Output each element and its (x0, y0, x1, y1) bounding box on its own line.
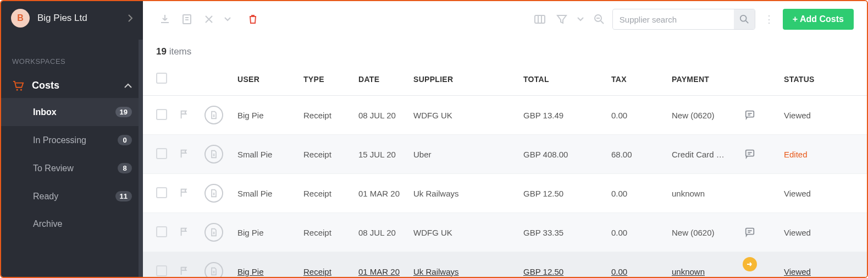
table-row[interactable]: Big PieReceipt08 JUL 20WDFG UKGBP 13.490… (143, 96, 867, 135)
svg-point-5 (740, 15, 747, 21)
chevron-up-icon (124, 83, 132, 89)
cell-date: 01 MAR 20 (353, 174, 408, 213)
sidebar: B Big Pies Ltd WORKSPACES Costs Inbox19I… (1, 1, 143, 277)
svg-rect-6 (746, 111, 754, 117)
supplier-search-button[interactable] (734, 9, 755, 29)
supplier-search-input[interactable] (613, 10, 734, 29)
sidebar-item-in-processing[interactable]: In Processing0 (1, 126, 143, 154)
message-icon[interactable] (744, 226, 755, 237)
select-all-checkbox[interactable] (156, 73, 167, 84)
workspaces-heading: WORKSPACES (1, 35, 143, 73)
item-count-number: 19 (156, 46, 167, 57)
col-type[interactable]: TYPE (298, 63, 353, 96)
cell-supplier: Uk Railways (408, 252, 518, 277)
download-icon[interactable] (156, 10, 174, 28)
cell-user: Small Pie (232, 174, 298, 213)
document-icon[interactable] (204, 145, 223, 163)
flag-icon[interactable] (179, 227, 189, 237)
cell-tax: 0.00 (606, 96, 666, 135)
org-switcher[interactable]: B Big Pies Ltd (1, 1, 143, 35)
svg-rect-3 (535, 15, 545, 23)
sidebar-item-archive[interactable]: Archive (1, 210, 143, 238)
cell-type: Receipt (298, 96, 353, 135)
org-name: Big Pies Ltd (37, 13, 87, 24)
cell-supplier: Uk Railways (408, 174, 518, 213)
cell-type: Receipt (298, 213, 353, 252)
main-content: ⋮ + Add Costs 19 items USER TYPE DATE SU… (143, 1, 867, 277)
col-tax[interactable]: TAX (606, 63, 666, 96)
cell-payment: Credit Card … (666, 135, 738, 174)
col-payment[interactable]: PAYMENT (666, 63, 738, 96)
trash-icon[interactable] (244, 10, 262, 28)
message-icon[interactable] (744, 109, 755, 120)
filter-chevron-icon[interactable] (575, 10, 586, 28)
cell-supplier: Uber (408, 135, 518, 174)
cell-user: Big Pie (232, 213, 298, 252)
document-icon[interactable] (204, 262, 223, 277)
row-checkbox[interactable] (156, 265, 167, 276)
cell-status: Viewed (762, 96, 867, 135)
sidebar-item-label: Ready (33, 192, 58, 201)
sidebar-item-ready[interactable]: Ready11 (1, 182, 143, 210)
sidebar-scrollbar[interactable] (139, 40, 143, 277)
document-icon[interactable] (204, 184, 223, 203)
document-icon[interactable] (204, 223, 223, 242)
nav-section-costs[interactable]: Costs (1, 73, 143, 98)
filter-icon[interactable] (553, 10, 571, 28)
add-costs-button[interactable]: + Add Costs (783, 9, 854, 30)
row-checkbox[interactable] (156, 187, 167, 198)
document-icon[interactable] (204, 106, 223, 124)
cell-supplier: WDFG UK (408, 96, 518, 135)
svg-point-0 (16, 89, 18, 90)
cell-type: Receipt (298, 135, 353, 174)
row-checkbox[interactable] (156, 109, 167, 120)
scroll-indicator-icon[interactable] (743, 257, 757, 271)
table-row[interactable]: Small PieReceipt01 MAR 20Uk RailwaysGBP … (143, 174, 867, 213)
col-supplier[interactable]: SUPPLIER (408, 63, 518, 96)
item-count-label: items (169, 46, 192, 57)
flag-icon[interactable] (179, 149, 189, 159)
costs-table: USER TYPE DATE SUPPLIER TOTAL TAX PAYMEN… (143, 63, 867, 277)
message-icon[interactable] (744, 148, 755, 159)
sidebar-item-inbox[interactable]: Inbox19 (1, 98, 143, 126)
item-count: 19 items (143, 35, 867, 63)
cell-total: GBP 12.50 (518, 174, 606, 213)
cell-total: GBP 33.35 (518, 213, 606, 252)
cell-total: GBP 408.00 (518, 135, 606, 174)
row-checkbox[interactable] (156, 226, 167, 237)
table-row[interactable]: Big PieReceipt08 JUL 20WDFG UKGBP 33.350… (143, 213, 867, 252)
flag-icon[interactable] (179, 266, 189, 276)
cell-type: Receipt (298, 252, 353, 277)
cart-icon (12, 80, 24, 91)
columns-icon[interactable] (531, 10, 549, 28)
cell-type: Receipt (298, 174, 353, 213)
svg-point-1 (20, 89, 22, 90)
tools-chevron-icon[interactable] (222, 10, 233, 28)
sidebar-item-label: Archive (33, 219, 62, 229)
table-row[interactable]: Big PieReceipt01 MAR 20Uk RailwaysGBP 12… (143, 252, 867, 277)
col-status[interactable]: STATUS (762, 63, 867, 96)
cell-status: Viewed (762, 174, 867, 213)
col-date[interactable]: DATE (353, 63, 408, 96)
row-checkbox[interactable] (156, 148, 167, 159)
cell-status: Viewed (762, 213, 867, 252)
cell-payment: New (0620) (666, 96, 738, 135)
zoom-out-icon[interactable] (590, 10, 608, 28)
sidebar-item-badge: 11 (115, 191, 132, 201)
cell-date: 08 JUL 20 (353, 96, 408, 135)
note-icon[interactable] (178, 10, 196, 28)
cell-status: Edited (762, 135, 867, 174)
table-row[interactable]: Small PieReceipt15 JUL 20UberGBP 408.006… (143, 135, 867, 174)
cell-supplier: WDFG UK (408, 213, 518, 252)
cell-user: Small Pie (232, 135, 298, 174)
sidebar-item-label: Inbox (33, 107, 57, 117)
flag-icon[interactable] (179, 188, 189, 198)
cell-status: Viewed (762, 252, 867, 277)
tools-icon[interactable] (200, 10, 218, 28)
col-user[interactable]: USER (232, 63, 298, 96)
sidebar-item-to-review[interactable]: To Review8 (1, 154, 143, 182)
more-menu-icon[interactable]: ⋮ (760, 13, 778, 25)
supplier-search (612, 9, 755, 30)
col-total[interactable]: TOTAL (518, 63, 606, 96)
flag-icon[interactable] (179, 110, 189, 119)
